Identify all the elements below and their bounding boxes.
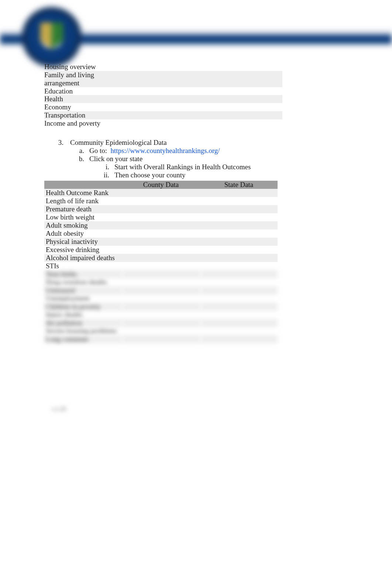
row-label: Premature death [44,205,122,213]
cell-blank [226,95,282,103]
table-row: Unemployment [44,295,278,303]
row-label: Teen births [44,270,122,278]
cell-blank [122,295,200,303]
list-item-3: 3. Community Epidemiological Data [44,139,348,147]
table-row: Teen births [44,270,278,278]
cell-blank [170,103,226,111]
cell-blank [113,111,170,119]
version-label: v.1.20 [52,406,66,412]
cell-blank [200,238,278,246]
list-item-3b-i: i. Start with Overall Rankings in Health… [44,163,348,171]
cell-blank [226,63,282,71]
row-label: Education [44,87,113,95]
cell-blank [200,286,278,295]
cell-blank [122,229,200,238]
list-letter: a. [78,147,84,155]
cell-blank [113,95,170,103]
cell-blank [200,311,278,319]
cell-blank [226,79,282,87]
shield-icon [40,22,63,49]
section-3: 3. Community Epidemiological Data a. Go … [44,139,348,179]
table-row: Length of life rank [44,197,278,205]
table-row: Family and living arrangement [44,71,282,79]
cell-blank [200,229,278,238]
row-label: Severe housing problems [44,327,122,335]
cell-blank [200,295,278,303]
cell-blank [170,79,226,87]
list-item-3b: b. Click on your state [44,155,348,163]
table-row: Drug overdose deaths [44,278,278,286]
row-label: Transportation [44,111,113,119]
list-text: Click on your state [89,155,142,163]
row-label: Uninsured [44,286,122,295]
list-letter: b. [78,155,84,163]
cell-blank [170,63,226,71]
row-label: Low birth weight [44,213,122,221]
list-text: Then choose your county [114,171,186,179]
cell-blank [200,254,278,262]
table-row: Adult obesity [44,229,278,238]
cell-blank [122,286,200,295]
cell-blank [200,278,278,286]
letterhead [0,0,392,63]
county-health-rankings-link[interactable]: https://www.countyhealthrankings.org/ [111,147,220,154]
table-row: Long commute [44,335,278,343]
table-row: Adult smoking [44,221,278,229]
row-label: Adult smoking [44,221,122,229]
cell-blank [113,71,170,79]
table-row: Transportation [44,111,282,119]
table-row: Physical inactivity [44,238,278,246]
row-label: Economy [44,103,113,111]
cell-blank [226,111,282,119]
table-row: Premature death [44,205,278,213]
cell-blank [122,213,200,221]
cell-blank [170,95,226,103]
demographic-categories-table: Housing overviewFamily and living arrang… [44,63,282,127]
cell-blank [122,246,200,254]
cell-blank [122,327,200,335]
table-row: Severe housing problems [44,327,278,335]
cell-blank [200,213,278,221]
table-row: Air pollution [44,319,278,327]
cell-blank [200,221,278,229]
cell-blank [122,205,200,213]
row-label: Housing overview [44,63,113,71]
cell-blank [122,319,200,327]
cell-blank [200,205,278,213]
cell-blank [113,87,170,95]
cell-blank [113,119,170,127]
cell-blank [200,189,278,197]
cell-blank [200,335,278,343]
table-header-blank [44,181,122,189]
list-number: 3. [57,139,63,147]
cell-blank [226,87,282,95]
row-label: Injury deaths [44,311,122,319]
row-label: Drug overdose deaths [44,278,122,286]
cell-blank [226,119,282,127]
row-label: Health Outcome Rank [44,189,122,197]
document-body: Housing overviewFamily and living arrang… [0,63,392,558]
row-label: Air pollution [44,319,122,327]
row-label: Children in poverty [44,303,122,311]
cell-blank [170,71,226,79]
cell-blank [113,63,170,71]
cell-blank [170,111,226,119]
cell-blank [200,270,278,278]
table-row: Education [44,87,282,95]
table-row: Uninsured [44,286,278,295]
row-label: Adult obesity [44,229,122,238]
list-text: Community Epidemiological Data [70,139,167,147]
cell-blank [122,189,200,197]
health-data-table: County Data State Data Health Outcome Ra… [44,181,278,343]
cell-blank [122,262,200,270]
cell-blank [113,103,170,111]
cell-blank [122,238,200,246]
table-header-state: State Data [200,181,278,189]
cell-blank [200,197,278,205]
row-label: Excessive drinking [44,246,122,254]
list-roman: ii. [101,171,109,179]
table-row: Excessive drinking [44,246,278,254]
list-item-3b-ii: ii. Then choose your county [44,171,348,179]
cell-blank [200,319,278,327]
table-row: Housing overview [44,63,282,71]
